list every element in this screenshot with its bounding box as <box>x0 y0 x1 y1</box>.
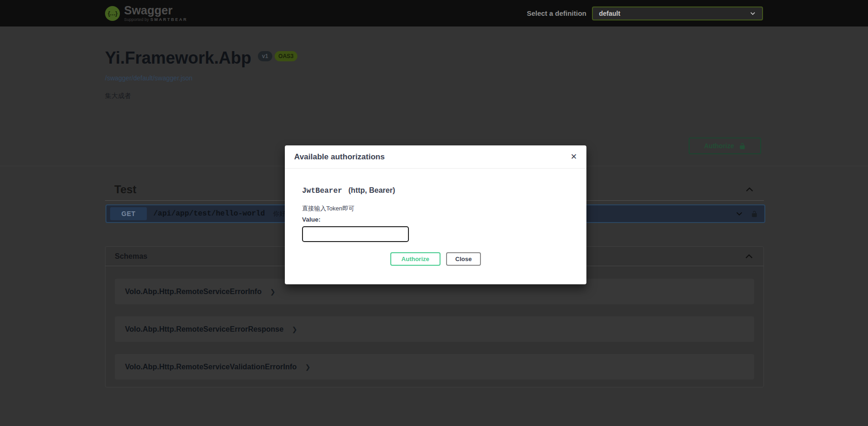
chevron-right-icon: ❯ <box>270 288 276 295</box>
title-badges: v1 OAS3 <box>258 51 297 61</box>
oas3-badge: OAS3 <box>275 51 297 61</box>
swagger-logo-icon: {…} <box>105 6 120 21</box>
page-title: Yi.Framework.Abp v1 OAS3 <box>105 48 297 68</box>
api-title-text: Yi.Framework.Abp <box>105 48 251 68</box>
brand-name: Swagger <box>124 5 188 16</box>
brand-tagline: Supported bySMARTBEAR <box>124 17 188 22</box>
definition-select-value: default <box>599 10 620 17</box>
chevron-right-icon: ❯ <box>305 363 311 371</box>
close-icon[interactable]: ✕ <box>571 153 577 161</box>
definition-select[interactable]: default <box>592 7 763 20</box>
api-description: 集大成者 <box>105 92 131 100</box>
unlocked-padlock-icon <box>739 142 746 150</box>
swagger-ui-page: {…} Swagger Supported bySMARTBEAR Select… <box>0 0 868 426</box>
tag-title: Test <box>114 183 137 196</box>
auth-scheme-title: JwtBearer (http, Bearer) <box>302 186 569 195</box>
schema-row-remote-service-validation-error-info[interactable]: Volo.Abp.Http.RemoteServiceValidationErr… <box>115 354 754 380</box>
modal-body: JwtBearer (http, Bearer) 直接输入Token即可 Val… <box>285 169 586 266</box>
authorize-button[interactable]: Authorize <box>689 138 761 154</box>
schema-name: Volo.Abp.Http.RemoteServiceErrorInfo <box>125 288 262 296</box>
auth-scheme-name: JwtBearer <box>302 187 342 195</box>
operation-path: /api/app/test/hello-world <box>153 210 265 218</box>
version-badge: v1 <box>258 51 272 61</box>
schema-name: Volo.Abp.Http.RemoteServiceValidationErr… <box>125 363 297 371</box>
topbar: {…} Swagger Supported bySMARTBEAR Select… <box>0 0 868 26</box>
tagline-brand: SMARTBEAR <box>151 17 188 22</box>
modal-header: Available authorizations ✕ <box>285 145 586 169</box>
expand-chevron-down-icon[interactable] <box>735 210 743 218</box>
value-label: Value: <box>302 216 569 223</box>
schemas-title: Schemas <box>115 252 147 261</box>
spec-url-link[interactable]: /swagger/default/swagger.json <box>105 74 192 82</box>
chevron-down-icon <box>750 10 756 17</box>
token-value-input[interactable] <box>302 226 409 242</box>
modal-buttons: Authorize Close <box>302 252 569 266</box>
available-authorizations-modal: Available authorizations ✕ JwtBearer (ht… <box>285 145 586 284</box>
swagger-wordmark: Swagger Supported bySMARTBEAR <box>124 5 188 22</box>
schema-name: Volo.Abp.Http.RemoteServiceErrorResponse <box>125 325 283 334</box>
definition-selector: Select a definition default <box>527 7 763 20</box>
tagline-prefix: Supported by <box>124 17 149 22</box>
schema-row-remote-service-error-response[interactable]: Volo.Abp.Http.RemoteServiceErrorResponse… <box>115 316 754 342</box>
modal-title: Available authorizations <box>294 152 385 162</box>
select-definition-label: Select a definition <box>527 9 586 17</box>
modal-authorize-button[interactable]: Authorize <box>390 252 441 266</box>
swagger-logo: {…} Swagger Supported bySMARTBEAR <box>105 5 188 22</box>
http-method-badge: GET <box>110 207 147 220</box>
modal-close-button[interactable]: Close <box>446 252 481 266</box>
auth-scheme-description: 直接输入Token即可 <box>302 204 569 213</box>
chevron-right-icon: ❯ <box>292 326 297 333</box>
operation-unlocked-padlock-icon[interactable] <box>751 210 758 218</box>
schemas-collapse-arrow-icon[interactable] <box>744 251 754 262</box>
collapse-arrow-icon[interactable] <box>744 184 755 195</box>
auth-scheme-type: (http, Bearer) <box>349 186 395 194</box>
operation-icons <box>735 210 764 218</box>
authorize-button-label: Authorize <box>704 142 734 150</box>
